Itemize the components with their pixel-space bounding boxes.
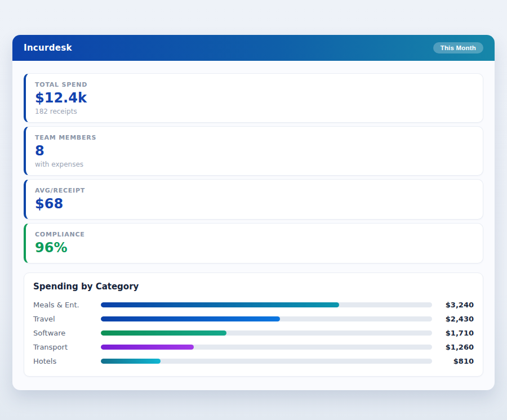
bar-fill: [101, 345, 194, 350]
category-value: $2,430: [432, 315, 474, 323]
spending-by-category-chart: Spending by Category Meals & Ent. $3,240…: [24, 272, 483, 377]
stat-card-compliance: COMPLIANCE 96%: [24, 223, 483, 263]
bar-fill: [101, 316, 280, 321]
stat-value: 8: [35, 142, 474, 159]
category-value: $1,710: [432, 329, 474, 337]
stat-card-team-members: TEAM MEMBERS 8 with expenses: [24, 126, 483, 176]
category-label: Software: [33, 329, 101, 337]
dashboard-panel: Incurdesk This Month TOTAL SPEND $12.4k …: [12, 35, 495, 390]
chart-row-meals: Meals & Ent. $3,240: [33, 298, 474, 312]
bar-fill: [101, 302, 339, 307]
bar-track: [101, 345, 432, 350]
stat-label: TEAM MEMBERS: [35, 134, 474, 141]
app-title: Incurdesk: [24, 43, 72, 53]
chart-row-hotels: Hotels $810: [33, 354, 474, 368]
category-label: Meals & Ent.: [33, 301, 101, 309]
category-label: Hotels: [33, 357, 101, 365]
category-value: $810: [432, 357, 474, 365]
category-label: Travel: [33, 315, 101, 323]
chart-row-travel: Travel $2,430: [33, 312, 474, 326]
stat-subtext: with expenses: [35, 160, 474, 168]
stat-card-total-spend: TOTAL SPEND $12.4k 182 receipts: [24, 73, 483, 123]
app-header: Incurdesk This Month: [12, 35, 495, 61]
stat-card-avg-receipt: AVG/RECEIPT $68: [24, 179, 483, 220]
bar-track: [101, 330, 432, 336]
stat-value: $68: [35, 195, 474, 212]
stat-value: $12.4k: [35, 90, 474, 106]
chart-row-software: Software $1,710: [33, 326, 474, 340]
bar-fill: [101, 359, 161, 364]
category-value: $3,240: [432, 301, 474, 309]
stat-value: 96%: [35, 239, 474, 256]
category-value: $1,260: [432, 343, 474, 351]
stat-label: COMPLIANCE: [35, 231, 474, 238]
chart-row-transport: Transport $1,260: [33, 340, 474, 354]
stat-label: AVG/RECEIPT: [35, 187, 474, 194]
period-badge[interactable]: This Month: [433, 42, 483, 53]
bar-fill: [101, 330, 226, 336]
panel-content: TOTAL SPEND $12.4k 182 receipts TEAM MEM…: [12, 61, 495, 390]
category-label: Transport: [33, 343, 101, 351]
bar-track: [101, 302, 432, 307]
bar-track: [101, 316, 432, 321]
bar-track: [101, 359, 432, 364]
chart-title: Spending by Category: [33, 282, 474, 292]
stat-subtext: 182 receipts: [35, 108, 474, 115]
stat-label: TOTAL SPEND: [35, 81, 474, 88]
